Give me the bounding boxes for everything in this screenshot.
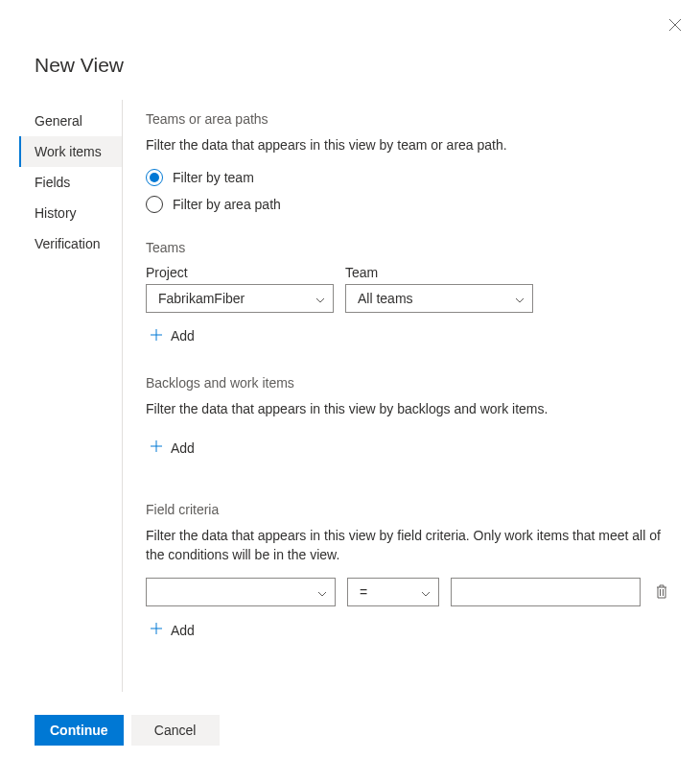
close-icon[interactable] — [665, 15, 685, 35]
plus-icon — [150, 439, 163, 456]
sidebar-item-label: Fields — [35, 175, 70, 190]
dropdown-value: = — [360, 584, 367, 600]
sidebar-item-label: General — [35, 113, 82, 129]
dropdown-value: All teams — [358, 291, 413, 306]
criteria-operator-dropdown[interactable]: = — [347, 578, 439, 606]
project-label: Project — [146, 265, 334, 280]
chevron-down-icon — [317, 584, 327, 600]
page-title: New View — [35, 54, 124, 77]
chevron-down-icon — [515, 291, 525, 306]
cancel-button[interactable]: Cancel — [131, 715, 220, 746]
dropdown-value: FabrikamFiber — [158, 291, 245, 306]
section-desc-field-criteria: Filter the data that appears in this vie… — [146, 527, 677, 564]
add-criteria-button[interactable]: Add — [146, 614, 677, 646]
radio-filter-by-team[interactable]: Filter by team — [146, 169, 677, 186]
trash-icon — [655, 583, 668, 602]
chevron-down-icon — [315, 291, 325, 306]
section-desc-teams-area-paths: Filter the data that appears in this vie… — [146, 136, 677, 155]
add-label: Add — [171, 328, 195, 344]
section-heading-backlogs: Backlogs and work items — [146, 375, 677, 391]
add-team-button[interactable]: Add — [146, 320, 677, 352]
sidebar-item-label: Work items — [35, 144, 102, 159]
sidebar-item-general[interactable]: General — [19, 106, 122, 136]
team-label: Team — [345, 265, 533, 280]
sidebar-item-history[interactable]: History — [19, 198, 122, 228]
add-label: Add — [171, 440, 195, 456]
criteria-row: = — [146, 578, 677, 606]
continue-button[interactable]: Continue — [35, 715, 124, 746]
teams-header-row: Project FabrikamFiber Team All teams — [146, 265, 677, 313]
section-heading-field-criteria: Field criteria — [146, 502, 677, 517]
add-backlog-button[interactable]: Add — [146, 432, 677, 463]
plus-icon — [150, 622, 163, 638]
sidebar-item-fields[interactable]: Fields — [19, 167, 122, 198]
criteria-value-dropdown[interactable] — [451, 578, 641, 606]
team-dropdown[interactable]: All teams — [345, 284, 533, 313]
chevron-down-icon — [421, 584, 431, 600]
sidebar-item-work-items[interactable]: Work items — [19, 136, 122, 167]
layout: General Work items Fields History Verifi… — [19, 100, 700, 692]
project-dropdown[interactable]: FabrikamFiber — [146, 284, 334, 313]
sidebar-item-label: History — [35, 205, 77, 221]
radio-label: Filter by area path — [173, 197, 281, 212]
add-label: Add — [171, 623, 195, 638]
radio-icon — [146, 169, 163, 186]
plus-icon — [150, 328, 163, 344]
criteria-field-dropdown[interactable] — [146, 578, 336, 606]
sidebar-item-verification[interactable]: Verification — [19, 228, 122, 259]
sidebar-item-label: Verification — [35, 236, 100, 251]
footer: Continue Cancel — [35, 715, 220, 746]
radio-filter-by-area-path[interactable]: Filter by area path — [146, 196, 677, 213]
main-panel: Teams or area paths Filter the data that… — [123, 100, 700, 692]
radio-label: Filter by team — [173, 170, 254, 185]
sidebar: General Work items Fields History Verifi… — [19, 100, 123, 692]
radio-icon — [146, 196, 163, 213]
delete-criteria-button[interactable] — [652, 583, 671, 602]
section-heading-teams: Teams — [146, 240, 677, 255]
section-desc-backlogs: Filter the data that appears in this vie… — [146, 400, 677, 419]
section-heading-teams-area-paths: Teams or area paths — [146, 111, 677, 127]
